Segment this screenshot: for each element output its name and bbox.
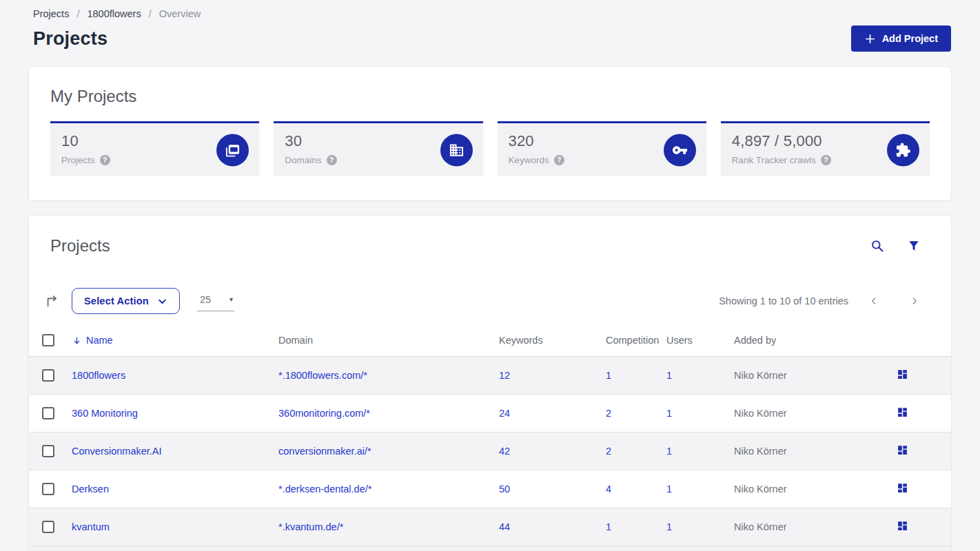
filter-icon[interactable] <box>907 239 921 253</box>
help-icon[interactable]: ? <box>821 155 831 165</box>
project-added-by: Niko Körner <box>734 470 870 508</box>
select-action-label: Select Action <box>84 295 149 306</box>
next-row-partial <box>29 546 951 551</box>
column-header-domain[interactable]: Domain <box>278 324 499 356</box>
project-added-by: Niko Körner <box>734 432 870 470</box>
stat-icon <box>440 134 473 166</box>
search-icon[interactable] <box>870 239 884 253</box>
project-competition-count[interactable]: 1 <box>606 370 611 381</box>
stat-card: 30 Domains ? <box>274 121 482 176</box>
dashboard-icon[interactable] <box>897 406 908 418</box>
stat-card: 4,897 / 5,000 Rank Tracker crawls ? <box>721 121 930 176</box>
redirect-arrow-icon[interactable] <box>45 293 60 309</box>
column-header-users[interactable]: Users <box>666 324 734 356</box>
project-keywords-count[interactable]: 24 <box>499 408 510 419</box>
project-competition-count[interactable]: 2 <box>606 446 611 457</box>
project-name-link[interactable]: kvantum <box>72 521 110 532</box>
project-row: kvantum *.kvantum.de/* 44 1 1 Niko Körne… <box>29 508 951 545</box>
add-project-button[interactable]: Add Project <box>851 25 951 52</box>
row-checkbox[interactable] <box>42 521 54 533</box>
project-users-count[interactable]: 1 <box>666 370 672 381</box>
stat-label: Rank Tracker crawls <box>732 155 816 165</box>
project-keywords-count[interactable]: 42 <box>499 446 510 457</box>
project-domain-link[interactable]: *.1800flowers.com/* <box>278 370 367 381</box>
project-added-by: Niko Körner <box>734 508 870 545</box>
project-keywords-count[interactable]: 50 <box>499 484 510 495</box>
stat-icon <box>887 134 919 166</box>
breadcrumb-overview: Overview <box>159 8 201 19</box>
stat-label: Domains <box>285 155 321 165</box>
row-checkbox[interactable] <box>42 407 54 419</box>
breadcrumb-project-1800flowers[interactable]: 1800flowers <box>87 8 141 19</box>
stat-icon <box>216 134 249 166</box>
help-icon[interactable]: ? <box>554 155 564 165</box>
dashboard-icon[interactable] <box>897 368 908 380</box>
breadcrumb-separator: / <box>149 8 152 19</box>
table-body: 1800flowers *.1800flowers.com/* 12 1 1 N… <box>29 356 951 545</box>
project-users-count[interactable]: 1 <box>666 484 672 495</box>
project-domain-link[interactable]: 360monitoring.com/* <box>278 408 370 419</box>
projects-table: Name Domain Keywords Competition Users A… <box>29 324 951 546</box>
page-title: Projects <box>33 28 108 50</box>
dashboard-icon[interactable] <box>897 482 908 494</box>
project-competition-count[interactable]: 4 <box>606 484 611 495</box>
row-checkbox[interactable] <box>42 483 54 495</box>
project-row: 1800flowers *.1800flowers.com/* 12 1 1 N… <box>29 356 951 394</box>
page-size-value: 25 <box>200 294 211 305</box>
project-added-by: Niko Körner <box>734 356 870 394</box>
breadcrumb-separator: / <box>76 8 79 19</box>
project-users-count[interactable]: 1 <box>666 446 672 457</box>
project-users-count[interactable]: 1 <box>666 521 672 532</box>
stats-grid: 10 Projects ? 30 Domains ? <box>50 121 930 176</box>
column-header-added-by[interactable]: Added by <box>734 324 870 356</box>
stat-label: Projects <box>61 155 95 165</box>
stat-card: 10 Projects ? <box>50 121 259 176</box>
column-header-name[interactable]: Name <box>72 324 278 356</box>
breadcrumb-projects[interactable]: Projects <box>33 8 69 19</box>
help-icon[interactable]: ? <box>327 155 337 165</box>
help-icon[interactable]: ? <box>100 155 110 165</box>
row-checkbox[interactable] <box>42 445 54 457</box>
plus-icon <box>864 33 876 45</box>
row-checkbox[interactable] <box>42 369 54 382</box>
project-keywords-count[interactable]: 44 <box>499 521 510 532</box>
project-row: 360 Monitoring 360monitoring.com/* 24 2 … <box>29 394 951 432</box>
add-project-label: Add Project <box>882 33 938 44</box>
project-name-link[interactable]: 360 Monitoring <box>72 408 138 419</box>
project-name-link[interactable]: Derksen <box>72 484 109 495</box>
top-header: Projects / 1800flowers / Overview Projec… <box>0 0 980 52</box>
project-domain-link[interactable]: *.derksen-dental.de/* <box>278 484 371 495</box>
project-row: Derksen *.derksen-dental.de/* 50 4 1 Nik… <box>29 470 951 508</box>
select-all-checkbox[interactable] <box>42 334 54 346</box>
project-domain-link[interactable]: *.kvantum.de/* <box>278 521 343 532</box>
sort-desc-icon <box>72 335 82 346</box>
project-name-link[interactable]: Conversionmaker.AI <box>72 446 162 457</box>
prev-page-icon[interactable] <box>865 295 883 307</box>
projects-table-card: Projects Select Action 25 ▾ Showing 1 to… <box>28 215 952 551</box>
stat-icon <box>664 134 696 166</box>
page-size-select[interactable]: 25 ▾ <box>197 291 234 311</box>
project-domain-link[interactable]: conversionmaker.ai/* <box>278 446 371 457</box>
project-name-link[interactable]: 1800flowers <box>72 370 125 381</box>
breadcrumb: Projects / 1800flowers / Overview <box>33 8 951 19</box>
select-action-dropdown[interactable]: Select Action <box>72 288 180 314</box>
project-competition-count[interactable]: 2 <box>606 408 611 419</box>
projects-table-title: Projects <box>50 236 110 256</box>
project-keywords-count[interactable]: 12 <box>499 370 510 381</box>
caret-down-icon: ▾ <box>229 295 233 303</box>
showing-entries-text: Showing 1 to 10 of 10 entries <box>719 295 848 306</box>
chevron-down-icon <box>157 296 167 306</box>
project-users-count[interactable]: 1 <box>666 408 672 419</box>
my-projects-card: My Projects 10 Projects ? 30 Domains ? <box>28 66 952 201</box>
project-added-by: Niko Körner <box>734 394 870 432</box>
dashboard-icon[interactable] <box>897 520 908 532</box>
project-competition-count[interactable]: 1 <box>606 521 611 532</box>
column-header-competition[interactable]: Competition <box>606 324 666 356</box>
stat-card: 320 Keywords ? <box>498 121 706 176</box>
next-page-icon[interactable] <box>906 295 923 307</box>
project-row: Conversionmaker.AI conversionmaker.ai/* … <box>29 432 951 470</box>
stat-label: Keywords <box>509 155 549 165</box>
table-header-row: Name Domain Keywords Competition Users A… <box>29 324 951 356</box>
column-header-keywords[interactable]: Keywords <box>499 324 606 356</box>
dashboard-icon[interactable] <box>897 444 908 456</box>
